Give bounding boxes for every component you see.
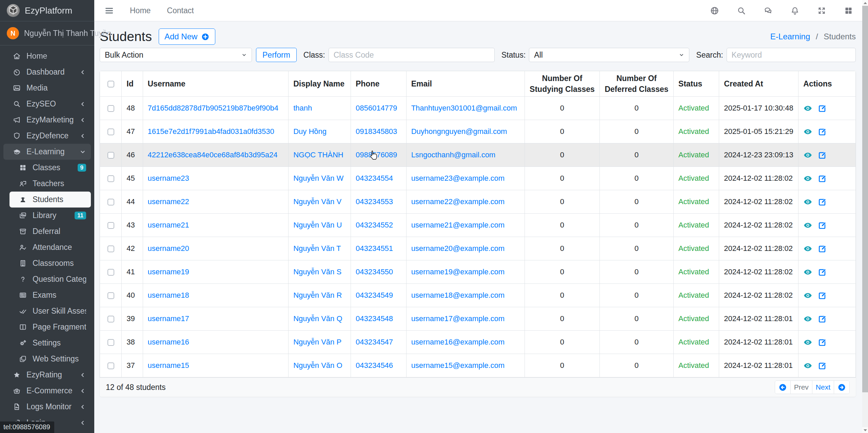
sidebar-item-web-settings[interactable]: Web Settings [9,351,91,367]
email-link[interactable]: Lsngocthanh@gmail.com [411,151,496,159]
edit-button[interactable] [818,127,827,136]
edit-button[interactable] [818,268,827,277]
row-checkbox[interactable] [107,245,114,252]
topbar-link-home[interactable]: Home [130,6,151,15]
display-name-link[interactable]: Nguyễn Văn Q [293,314,342,323]
display-name-link[interactable]: Nguyễn Văn T [293,244,341,253]
sidebar-item-ezydefence[interactable]: EzyDefence [3,128,91,144]
topbar-bell-icon[interactable] [790,6,800,15]
row-checkbox[interactable] [107,269,114,276]
class-code-input[interactable] [329,48,495,62]
email-link[interactable]: username15@example.com [411,361,505,370]
sidebar-item-exams[interactable]: Exams [9,287,91,303]
sidebar-item-teachers[interactable]: Teachers [9,176,91,192]
sidebar-item-ezyseo[interactable]: EzySEO [3,96,91,112]
phone-link[interactable]: 043234551 [356,244,393,253]
sidebar-item-attendance[interactable]: Attendance [9,239,91,255]
row-checkbox[interactable] [107,316,114,322]
display-name-link[interactable]: Nguyễn Văn V [293,197,341,206]
view-button[interactable] [803,244,812,253]
next-page-button[interactable]: Next [812,381,834,394]
last-page-button[interactable] [834,381,849,394]
phone-link[interactable]: 0918345803 [356,127,397,136]
view-button[interactable] [803,338,812,347]
edit-button[interactable] [818,197,827,206]
row-checkbox[interactable] [107,339,114,346]
view-button[interactable] [803,127,812,136]
username-link[interactable]: username15 [148,361,189,370]
topbar-grid-icon[interactable] [844,6,853,15]
sidebar-item-user-skill-assessments[interactable]: User Skill Assessments [9,303,91,319]
sidebar-item-dashboard[interactable]: Dashboard [3,64,91,80]
username-link[interactable]: username21 [148,221,189,229]
row-checkbox[interactable] [107,292,114,299]
display-name-link[interactable]: Nguyễn Văn U [293,221,342,229]
select-all-checkbox[interactable] [107,81,114,87]
display-name-link[interactable]: NGỌC THÀNH [293,151,343,159]
scrollbar-up-arrow[interactable] [862,0,868,6]
sidebar-item-ezyrating[interactable]: EzyRating [3,367,91,383]
sidebar-item-library[interactable]: Library11 [9,208,91,223]
view-button[interactable] [803,197,812,206]
username-link[interactable]: 1615e7e2d1f7991ab4fad031a0fd3530 [148,127,274,136]
status-select[interactable]: All [529,48,689,62]
topbar-link-contact[interactable]: Contact [167,6,194,15]
email-link[interactable]: username22@example.com [411,197,505,206]
topbar-search-icon[interactable] [737,6,746,15]
sidebar-item-classrooms[interactable]: Classrooms [9,255,91,271]
search-input[interactable] [727,48,856,62]
scrollbar-thumb[interactable] [862,6,868,392]
email-link[interactable]: Thanhtuyen301001@gmail.com [411,104,517,112]
sidebar-item-ezymarketing[interactable]: EzyMarketing [3,112,91,128]
sidebar-item-deferral[interactable]: Deferral [9,223,91,239]
email-link[interactable]: Duyhongnguyen@gmail.com [411,127,507,136]
view-button[interactable] [803,174,812,183]
sidebar-item-logs-monitor[interactable]: Logs Monitor [3,399,91,415]
phone-link[interactable]: 043234550 [356,268,393,276]
email-link[interactable]: username17@example.com [411,314,505,323]
display-name-link[interactable]: Nguyễn Văn O [293,361,342,370]
sidebar-item-question-categories[interactable]: Question Categories [9,271,91,287]
display-name-link[interactable]: thanh [293,104,312,112]
row-checkbox[interactable] [107,199,114,205]
phone-link[interactable]: 043234554 [356,174,393,182]
first-page-button[interactable] [775,381,790,394]
view-button[interactable] [803,268,812,277]
email-link[interactable]: username23@example.com [411,174,505,182]
edit-button[interactable] [818,174,827,183]
username-link[interactable]: username18 [148,291,189,299]
display-name-link[interactable]: Nguyễn Văn R [293,291,342,299]
email-link[interactable]: username20@example.com [411,244,505,253]
edit-button[interactable] [818,291,827,300]
view-button[interactable] [803,291,812,300]
phone-link[interactable]: 043234553 [356,197,393,206]
sidebar-item-e-learning[interactable]: E-Learning [3,144,91,160]
edit-button[interactable] [818,338,827,347]
edit-button[interactable] [818,104,827,113]
breadcrumb-parent-link[interactable]: E-Learning [770,32,810,41]
username-link[interactable]: username16 [148,338,189,346]
sidebar-item-settings[interactable]: Settings [9,335,91,351]
edit-button[interactable] [818,244,827,253]
prev-page-button[interactable]: Prev [790,381,812,394]
display-name-link[interactable]: Duy Hồng [293,127,327,136]
sidebar-item-media[interactable]: Media [3,80,91,96]
email-link[interactable]: username16@example.com [411,338,505,346]
view-button[interactable] [803,104,812,113]
username-link[interactable]: 7d165dd82878d7b905219b87be9f90b4 [148,104,278,112]
display-name-link[interactable]: Nguyễn Văn P [293,338,341,346]
edit-button[interactable] [818,221,827,230]
email-link[interactable]: username19@example.com [411,268,505,276]
view-button[interactable] [803,221,812,230]
brand[interactable]: EzyPlatform [0,0,94,21]
username-link[interactable]: 42212e638cea84e0ce68af84b3d95a24 [148,151,278,159]
row-checkbox[interactable] [107,105,114,112]
row-checkbox[interactable] [107,152,114,159]
topbar-comments-icon[interactable] [764,6,773,15]
view-button[interactable] [803,151,812,160]
username-link[interactable]: username23 [148,174,189,182]
phone-link[interactable]: 0988576089 [356,151,397,159]
perform-button[interactable]: Perform [256,48,297,62]
scrollbar-down-arrow[interactable] [862,427,868,433]
topbar-globe-icon[interactable] [710,6,719,15]
